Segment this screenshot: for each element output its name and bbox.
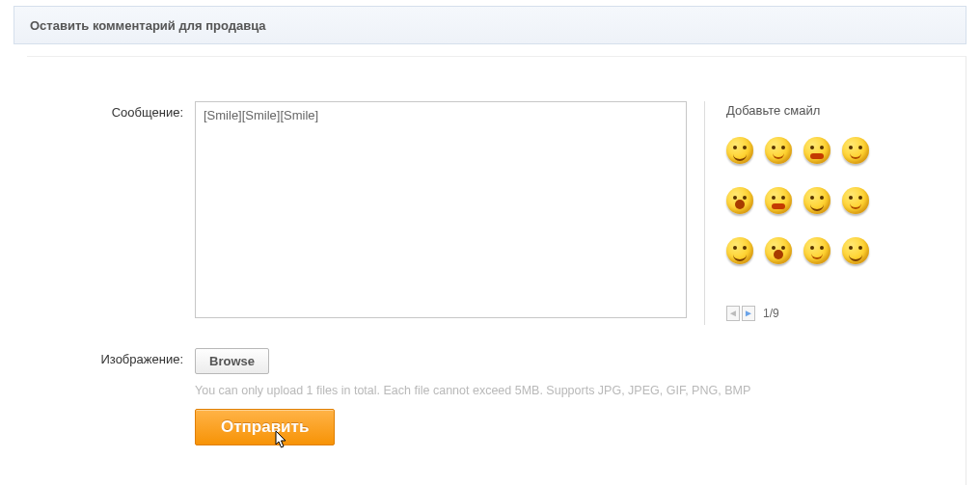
smiley-wink[interactable] (765, 137, 792, 164)
smiley-panel: Добавьте смайл (704, 101, 932, 325)
pager-current: 1 (763, 307, 770, 320)
submit-button[interactable]: Отправить (195, 409, 335, 445)
message-textarea[interactable] (195, 101, 687, 318)
pager-total: 9 (773, 307, 779, 320)
smiley-pager: ◄ ► 1/9 (726, 306, 779, 321)
smiley-happy[interactable] (842, 187, 869, 214)
browse-button[interactable]: Browse (195, 348, 269, 374)
smiley-laugh[interactable] (842, 137, 869, 164)
smiley-tongue[interactable] (803, 137, 830, 164)
section-header: Оставить комментарий для продавца (14, 6, 966, 44)
upload-hint: You can only upload 1 files in total. Ea… (195, 384, 952, 397)
smiley-smile[interactable] (726, 137, 753, 164)
smiley-panel-title: Добавьте смайл (726, 103, 932, 118)
smiley-blush[interactable] (803, 237, 830, 264)
comment-panel: Сообщение: Добавьте смайл (27, 56, 966, 485)
smiley-lol[interactable] (803, 187, 830, 214)
pager-prev-button[interactable]: ◄ (726, 306, 740, 321)
smiley-bigsmile[interactable] (765, 187, 792, 214)
smiley-grin[interactable] (726, 187, 753, 214)
smiley-cheer[interactable] (842, 237, 869, 264)
section-title: Оставить комментарий для продавца (30, 18, 266, 33)
smiley-grid (726, 135, 932, 280)
smiley-hug[interactable] (726, 237, 753, 264)
message-label: Сообщение: (41, 101, 195, 325)
smiley-wave[interactable] (765, 237, 792, 264)
image-label: Изображение: (41, 348, 195, 445)
pager-next-button[interactable]: ► (742, 306, 755, 321)
pager-text: 1/9 (763, 307, 779, 320)
